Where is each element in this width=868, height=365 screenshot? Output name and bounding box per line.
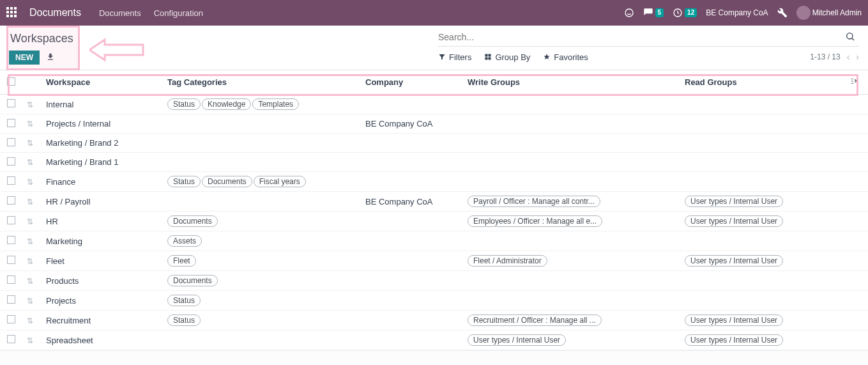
tag-pill[interactable]: Documents xyxy=(202,176,252,187)
table-row[interactable]: Spreadsheet User types / Internal User U… xyxy=(0,330,868,350)
table-row[interactable]: Marketing Assets xyxy=(0,231,868,251)
write-group-pill[interactable]: User types / Internal User xyxy=(468,334,566,346)
nav-documents[interactable]: Documents xyxy=(99,8,141,18)
col-read-groups[interactable]: Read Groups xyxy=(680,70,845,95)
table-row[interactable]: Products Documents xyxy=(0,271,868,291)
read-group-pill[interactable]: User types / Internal User xyxy=(685,196,783,207)
drag-handle-icon[interactable] xyxy=(27,102,33,107)
tag-pill[interactable]: Status xyxy=(167,295,201,306)
row-checkbox[interactable] xyxy=(7,315,15,323)
cell-company xyxy=(360,231,462,251)
upload-icon[interactable] xyxy=(46,52,55,63)
col-company[interactable]: Company xyxy=(360,70,462,95)
row-checkbox[interactable] xyxy=(7,157,15,166)
cell-workspace: Projects xyxy=(41,291,162,311)
drag-handle-icon[interactable] xyxy=(27,318,33,323)
activities-icon[interactable]: 12 xyxy=(673,8,697,18)
cell-tags xyxy=(162,134,360,153)
table-row[interactable]: Internal StatusKnowledgeTemplates xyxy=(0,95,868,114)
cell-write: Recruitment / Officer : Manage all ... xyxy=(462,311,680,330)
tag-pill[interactable]: Documents xyxy=(167,215,218,227)
debug-icon[interactable] xyxy=(777,8,788,18)
select-all-checkbox[interactable] xyxy=(7,77,15,86)
table-row[interactable]: Finance StatusDocumentsFiscal years xyxy=(0,172,868,192)
filters-button[interactable]: Filters xyxy=(438,52,471,62)
pager-prev-icon[interactable]: ‹ xyxy=(847,52,850,62)
table-row[interactable]: Fleet Fleet Fleet / Administrator User t… xyxy=(0,251,868,271)
row-checkbox[interactable] xyxy=(7,99,15,107)
new-button[interactable]: NEW xyxy=(9,50,40,65)
tag-pill[interactable]: Assets xyxy=(167,235,202,247)
drag-handle-icon[interactable] xyxy=(27,199,33,205)
row-checkbox[interactable] xyxy=(7,216,15,224)
row-checkbox[interactable] xyxy=(7,276,15,284)
avatar xyxy=(796,6,811,20)
row-checkbox[interactable] xyxy=(7,335,15,343)
tag-pill[interactable]: Status xyxy=(167,315,201,326)
user-menu[interactable]: Mitchell Admin xyxy=(796,6,862,20)
row-checkbox[interactable] xyxy=(7,119,15,127)
nav-configuration[interactable]: Configuration xyxy=(154,8,203,18)
row-checkbox[interactable] xyxy=(7,138,15,146)
tag-pill[interactable]: Knowledge xyxy=(202,98,251,110)
write-group-pill[interactable]: Employees / Officer : Manage all e... xyxy=(468,215,602,227)
table-row[interactable]: Recruitment Status Recruitment / Officer… xyxy=(0,311,868,330)
drag-handle-icon[interactable] xyxy=(27,121,33,127)
read-group-pill[interactable]: User types / Internal User xyxy=(685,255,783,267)
drag-handle-icon[interactable] xyxy=(27,141,33,146)
groupby-button[interactable]: Group By xyxy=(484,52,530,62)
read-group-pill[interactable]: User types / Internal User xyxy=(685,334,783,346)
tag-pill[interactable]: Fleet xyxy=(167,255,196,267)
row-checkbox[interactable] xyxy=(7,176,15,185)
read-group-pill[interactable]: User types / Internal User xyxy=(685,315,783,326)
write-group-pill[interactable]: Recruitment / Officer : Manage all ... xyxy=(468,315,602,326)
favorites-button[interactable]: Favorites xyxy=(543,52,588,62)
table-row[interactable]: Projects Status xyxy=(0,291,868,311)
tag-pill[interactable]: Status xyxy=(167,176,201,187)
pager-next-icon[interactable]: › xyxy=(856,52,859,62)
write-group-pill[interactable]: Payroll / Officer : Manage all contr... xyxy=(468,196,600,207)
tag-pill[interactable]: Templates xyxy=(252,98,299,110)
cell-company xyxy=(360,251,462,271)
col-write-groups[interactable]: Write Groups xyxy=(462,70,680,95)
table-row[interactable]: Marketing / Brand 1 xyxy=(0,153,868,172)
table-row[interactable]: HR / Payroll BE Company CoA Payroll / Of… xyxy=(0,192,868,212)
optional-fields-icon[interactable] xyxy=(850,78,859,88)
cell-write: User types / Internal User xyxy=(462,330,680,350)
cell-workspace: Marketing / Brand 2 xyxy=(41,134,162,153)
cell-company xyxy=(360,172,462,192)
row-checkbox[interactable] xyxy=(7,196,15,205)
support-icon[interactable] xyxy=(624,8,634,18)
drag-handle-icon[interactable] xyxy=(27,219,33,224)
table-row[interactable]: Marketing / Brand 2 xyxy=(0,134,868,153)
search-input[interactable] xyxy=(438,31,841,43)
cell-write: Fleet / Administrator xyxy=(462,251,680,271)
col-tag-categories[interactable]: Tag Categories xyxy=(162,70,360,95)
row-checkbox[interactable] xyxy=(7,236,15,244)
drag-handle-icon[interactable] xyxy=(27,259,33,264)
drag-handle-icon[interactable] xyxy=(27,299,33,304)
row-checkbox[interactable] xyxy=(7,295,15,304)
write-group-pill[interactable]: Fleet / Administrator xyxy=(468,255,547,267)
cell-read: User types / Internal User xyxy=(680,251,845,271)
read-group-pill[interactable]: User types / Internal User xyxy=(685,215,783,227)
tag-pill[interactable]: Status xyxy=(167,98,201,110)
cell-company xyxy=(360,311,462,330)
cell-read xyxy=(680,172,845,192)
tag-pill[interactable]: Fiscal years xyxy=(254,176,306,187)
drag-handle-icon[interactable] xyxy=(27,279,33,284)
cell-workspace: Marketing xyxy=(41,231,162,251)
drag-handle-icon[interactable] xyxy=(27,239,33,244)
col-workspace[interactable]: Workspace xyxy=(41,70,162,95)
tag-pill[interactable]: Documents xyxy=(167,275,218,286)
drag-handle-icon[interactable] xyxy=(27,180,33,185)
apps-icon[interactable] xyxy=(6,7,18,19)
table-row[interactable]: HR Documents Employees / Officer : Manag… xyxy=(0,212,868,231)
drag-handle-icon[interactable] xyxy=(27,338,33,343)
table-row[interactable]: Projects / Internal BE Company CoA xyxy=(0,114,868,134)
messages-icon[interactable]: 5 xyxy=(643,8,664,18)
drag-handle-icon[interactable] xyxy=(27,160,33,165)
company-switcher[interactable]: BE Company CoA xyxy=(706,8,768,17)
row-checkbox[interactable] xyxy=(7,256,15,264)
search-icon[interactable] xyxy=(841,31,859,43)
